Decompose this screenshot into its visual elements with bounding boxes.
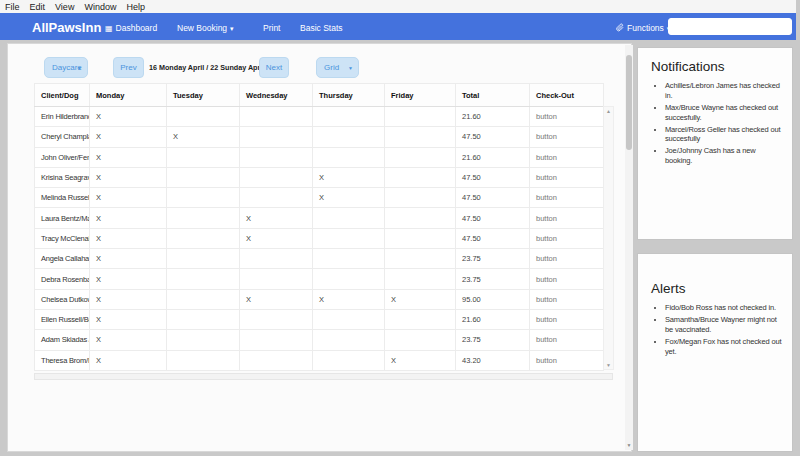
checkout-button[interactable]: button <box>530 107 604 127</box>
day-cell-tuesday: X <box>167 127 240 147</box>
menu-bar: File Edit View Window Help <box>0 0 800 13</box>
total-cell: 21.60 <box>456 147 530 167</box>
table-row: Krisina Seagrave/SavaXX47.50button <box>35 167 604 187</box>
total-cell: 21.60 <box>456 107 530 127</box>
total-cell: 95.00 <box>456 289 530 309</box>
table-row: Tracy McClenahan/CaXX47.50button <box>35 228 604 248</box>
nav-item-basic-stats[interactable]: Basic Stats <box>300 23 343 33</box>
client-dog-cell: Theresa Brom/Marvin <box>35 350 90 370</box>
checkout-button[interactable]: button <box>530 127 604 147</box>
checkout-button[interactable]: button <box>530 188 604 208</box>
window-edge <box>796 0 800 456</box>
table-horizontal-scrollbar[interactable] <box>34 373 613 380</box>
day-cell-wednesday <box>240 269 313 289</box>
day-cell-friday <box>385 309 456 329</box>
category-select[interactable]: Daycare▼ <box>44 57 88 78</box>
nav-item-new-booking[interactable]: New Booking▾ <box>177 23 234 33</box>
notification-item: Joe/Johnny Cash has a new booking. <box>665 146 782 166</box>
menu-item-file[interactable]: File <box>5 2 20 12</box>
notifications-list: Achilles/Lebron James has checked in.Max… <box>651 81 782 166</box>
menu-item-window[interactable]: Window <box>84 2 116 12</box>
next-button[interactable]: Next <box>259 57 289 78</box>
nav-item-print[interactable]: Print <box>263 23 280 33</box>
scroll-down-icon[interactable]: ▼ <box>625 442 633 448</box>
page-vertical-scrollbar[interactable]: ▼ <box>625 45 633 450</box>
column-header-tuesday: Tuesday <box>167 84 240 107</box>
day-cell-thursday <box>313 330 385 350</box>
day-cell-friday <box>385 188 456 208</box>
functions-dropdown[interactable]: Functions▾ <box>616 23 670 33</box>
column-header-friday: Friday <box>385 84 456 107</box>
client-dog-cell: Adam Skiadas /Prego <box>35 330 90 350</box>
search-input[interactable] <box>668 18 792 35</box>
day-cell-wednesday <box>240 167 313 187</box>
day-cell-wednesday <box>240 188 313 208</box>
checkout-button[interactable]: button <box>530 249 604 269</box>
scrollbar-thumb[interactable] <box>626 55 632 150</box>
table-vertical-scrollbar[interactable]: ▲ ▼ <box>603 106 614 370</box>
day-cell-tuesday <box>167 269 240 289</box>
day-cell-tuesday <box>167 350 240 370</box>
day-cell-monday: X <box>90 188 167 208</box>
column-header-wednesday: Wednesday <box>240 84 313 107</box>
client-dog-cell: Cheryl Champlain/Ach <box>35 127 90 147</box>
day-cell-thursday <box>313 127 385 147</box>
day-cell-thursday <box>313 228 385 248</box>
client-dog-cell: Debra Rosenbaum/Gli <box>35 269 90 289</box>
day-cell-friday <box>385 228 456 248</box>
menu-item-view[interactable]: View <box>55 2 74 12</box>
table-row: Ellen Russell/BearX21.60button <box>35 309 604 329</box>
table-row: John Oliver/FenwayX21.60button <box>35 147 604 167</box>
day-cell-friday <box>385 167 456 187</box>
day-cell-friday <box>385 208 456 228</box>
day-cell-wednesday <box>240 350 313 370</box>
day-cell-tuesday <box>167 330 240 350</box>
prev-button[interactable]: Prev <box>113 57 144 78</box>
client-dog-cell: Melinda Russell/Carl <box>35 188 90 208</box>
checkout-button[interactable]: button <box>530 167 604 187</box>
column-header-client-dog: Client/Dog <box>35 84 90 107</box>
checkout-button[interactable]: button <box>530 269 604 289</box>
checkout-button[interactable]: button <box>530 228 604 248</box>
day-cell-thursday <box>313 269 385 289</box>
day-cell-friday <box>385 147 456 167</box>
total-cell: 43.20 <box>456 350 530 370</box>
menu-item-help[interactable]: Help <box>126 2 145 12</box>
day-cell-monday: X <box>90 147 167 167</box>
grid-icon: ▦ <box>105 24 113 33</box>
select-caret-icon: ▼ <box>348 65 353 71</box>
checkout-button[interactable]: button <box>530 208 604 228</box>
notifications-panel: Notifications Achilles/Lebron James has … <box>637 47 793 240</box>
menu-item-edit[interactable]: Edit <box>30 2 46 12</box>
day-cell-monday: X <box>90 249 167 269</box>
table-row: Angela Callahan/CeasX23.75button <box>35 249 604 269</box>
view-select[interactable]: Grid▼ <box>316 57 359 78</box>
checkout-button[interactable]: button <box>530 350 604 370</box>
day-cell-wednesday <box>240 107 313 127</box>
day-cell-monday: X <box>90 289 167 309</box>
nav-item-dashboard[interactable]: ▦Dashboard <box>105 23 157 33</box>
notification-item: Achilles/Lebron James has checked in. <box>665 81 782 101</box>
day-cell-monday: X <box>90 350 167 370</box>
checkout-button[interactable]: button <box>530 309 604 329</box>
checkout-button[interactable]: button <box>530 330 604 350</box>
table-body: Erin Hilderbrand/MadchX21.60buttonCheryl… <box>35 107 604 371</box>
column-header-thursday: Thursday <box>313 84 385 107</box>
column-header-total: Total <box>456 84 530 107</box>
scroll-down-icon[interactable]: ▼ <box>606 361 611 369</box>
day-cell-friday <box>385 127 456 147</box>
navbar: AllPawsInn ▦Dashboard New Booking▾ Print… <box>0 13 800 40</box>
chevron-down-icon: ▾ <box>230 25 234 32</box>
day-cell-friday <box>385 269 456 289</box>
table-row: Adam Skiadas /PregoX23.75button <box>35 330 604 350</box>
checkout-button[interactable]: button <box>530 147 604 167</box>
day-cell-tuesday <box>167 208 240 228</box>
alert-item: Fox/Megan Fox has not checked out yet. <box>665 337 782 357</box>
bookings-grid: Client/DogMondayTuesdayWednesdayThursday… <box>34 83 604 371</box>
checkout-button[interactable]: button <box>530 289 604 309</box>
client-dog-cell: Laura Bentz/Maxie <box>35 208 90 228</box>
scroll-up-icon[interactable]: ▲ <box>606 107 611 115</box>
client-dog-cell: Krisina Seagrave/Sava <box>35 167 90 187</box>
table-row: Erin Hilderbrand/MadchX21.60button <box>35 107 604 127</box>
day-cell-tuesday <box>167 228 240 248</box>
